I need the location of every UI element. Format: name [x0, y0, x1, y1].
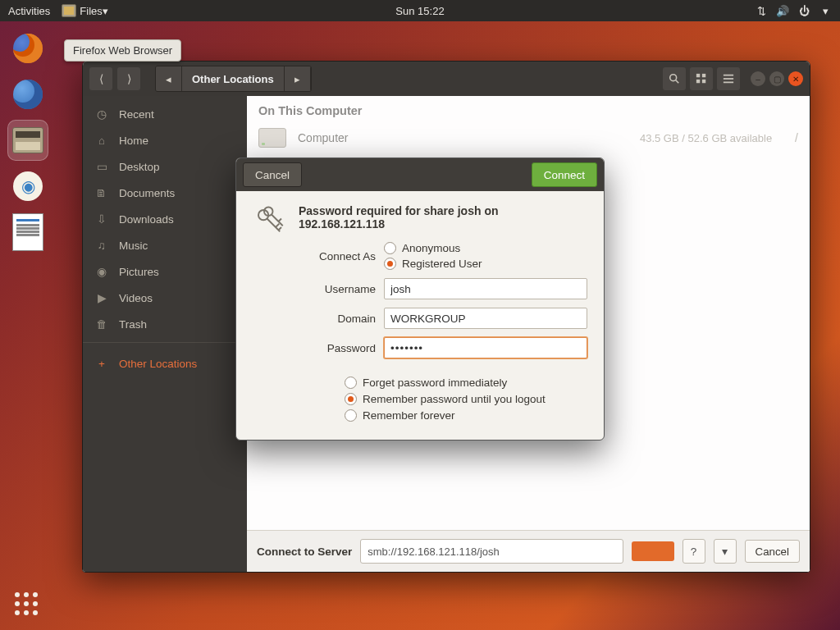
window-minimize[interactable]: –	[751, 71, 765, 86]
grid-icon	[696, 73, 707, 84]
auth-dialog: Cancel Connect Password required for sha…	[235, 158, 605, 441]
server-help-button[interactable]: ?	[682, 539, 705, 564]
sidebar-item-recent[interactable]: ◷Recent	[83, 101, 247, 127]
writer-icon	[12, 213, 43, 251]
server-history-button[interactable]: ▾	[714, 539, 737, 564]
dock-writer[interactable]	[7, 212, 48, 253]
radio-registered-user[interactable]: Registered User	[384, 258, 587, 270]
connect-indicator	[632, 541, 674, 561]
sidebar-item-desktop[interactable]: ▭Desktop	[83, 153, 247, 180]
server-address-input[interactable]	[360, 539, 623, 564]
menu-button[interactable]	[717, 67, 740, 90]
chevron-down-icon: ▾	[103, 5, 108, 17]
dock-thunderbird[interactable]	[7, 74, 48, 115]
svg-rect-6	[724, 75, 733, 76]
pictures-icon: ◉	[94, 265, 109, 278]
dock-rhythmbox[interactable]: ◉	[7, 166, 48, 207]
radio-remember-until-logout[interactable]: Remember password until you logout	[345, 393, 587, 405]
dialog-title: Password required for share josh on 192.…	[299, 204, 587, 231]
sidebar-item-music[interactable]: ♫Music	[83, 232, 247, 258]
svg-rect-7	[724, 78, 733, 80]
launcher-tooltip: Firefox Web Browser	[64, 39, 181, 62]
dialog-cancel-button[interactable]: Cancel	[243, 162, 302, 187]
activities-button[interactable]: Activities	[8, 5, 50, 17]
videos-icon: ▶	[94, 291, 109, 304]
radio-label: Anonymous	[402, 242, 460, 254]
username-label: Username	[299, 283, 376, 295]
keys-icon	[253, 204, 287, 239]
svg-rect-4	[696, 80, 700, 83]
radio-icon	[345, 409, 357, 422]
sidebar-label: Recent	[119, 108, 154, 121]
network-icon[interactable]: ⇅	[755, 5, 768, 17]
password-input[interactable]	[384, 337, 587, 358]
desktop-icon: ▭	[94, 160, 109, 173]
dock-firefox[interactable]	[7, 28, 48, 69]
radio-label: Forget password immediately	[363, 377, 507, 389]
clock-icon: ◷	[94, 107, 109, 121]
thunderbird-icon	[13, 80, 43, 109]
clock[interactable]: Sun 15:22	[395, 5, 444, 17]
radio-remember-forever[interactable]: Remember forever	[345, 409, 587, 422]
path-segment-next[interactable]: ▸	[285, 66, 311, 91]
window-close[interactable]: ✕	[788, 71, 803, 86]
radio-label: Remember forever	[363, 409, 455, 422]
power-icon[interactable]: ⏻	[797, 5, 810, 17]
radio-forget-immediately[interactable]: Forget password immediately	[345, 377, 587, 389]
plus-icon: +	[94, 358, 109, 370]
hamburger-icon	[723, 73, 734, 84]
window-maximize[interactable]: ▢	[769, 71, 784, 86]
dock: ◉	[0, 21, 56, 630]
sidebar-item-home[interactable]: ⌂Home	[83, 127, 247, 153]
view-toggle-button[interactable]	[690, 67, 713, 90]
sidebar-label: Downloads	[119, 213, 174, 226]
path-segment-current[interactable]: Other Locations	[182, 66, 285, 91]
dialog-connect-button[interactable]: Connect	[532, 162, 597, 187]
svg-line-1	[676, 80, 679, 84]
app-menu-files[interactable]: Files ▾	[62, 4, 107, 17]
radio-icon	[384, 258, 396, 270]
documents-icon: 🗎	[94, 187, 109, 199]
sidebar-label: Pictures	[119, 266, 159, 278]
domain-input[interactable]	[384, 308, 587, 329]
firefox-icon	[13, 34, 43, 63]
connect-as-label: Connect As	[299, 250, 376, 262]
sidebar-label: Desktop	[119, 161, 160, 173]
connect-cancel-button[interactable]: Cancel	[745, 540, 801, 563]
sidebar-item-pictures[interactable]: ◉Pictures	[83, 258, 247, 285]
places-sidebar: ◷Recent ⌂Home ▭Desktop 🗎Documents ⇩Downl…	[83, 96, 247, 572]
sidebar-item-trash[interactable]: 🗑Trash	[83, 311, 247, 337]
sidebar-label: Home	[119, 135, 148, 147]
radio-label: Remember password until you logout	[363, 393, 546, 405]
password-label: Password	[299, 342, 376, 354]
radio-icon	[345, 377, 357, 389]
sidebar-item-documents[interactable]: 🗎Documents	[83, 180, 247, 206]
home-icon: ⌂	[94, 135, 109, 147]
sidebar-label: Trash	[119, 318, 147, 331]
svg-rect-3	[702, 74, 705, 77]
radio-anonymous[interactable]: Anonymous	[384, 242, 587, 254]
radio-icon	[384, 242, 396, 254]
sidebar-label: Music	[119, 240, 148, 252]
sidebar-label: Documents	[119, 187, 175, 199]
radio-label: Registered User	[402, 258, 482, 270]
dock-files[interactable]	[7, 120, 48, 161]
username-input[interactable]	[384, 278, 587, 299]
back-button[interactable]: ⟨	[89, 67, 112, 90]
rhythmbox-icon: ◉	[13, 171, 43, 201]
search-button[interactable]	[663, 67, 686, 90]
svg-point-0	[670, 75, 677, 81]
path-segment-prev[interactable]: ◂	[156, 66, 182, 91]
search-icon	[669, 73, 680, 84]
path-bar[interactable]: ◂ Other Locations ▸	[155, 66, 312, 92]
app-menu-label: Files	[80, 5, 102, 17]
forward-button[interactable]: ⟩	[117, 67, 140, 90]
sidebar-item-downloads[interactable]: ⇩Downloads	[83, 206, 247, 232]
sidebar-item-videos[interactable]: ▶Videos	[83, 285, 247, 311]
sidebar-label: Other Locations	[119, 358, 197, 370]
domain-label: Domain	[299, 313, 376, 325]
chevron-down-icon[interactable]: ▾	[819, 5, 832, 17]
files-icon	[12, 127, 43, 153]
volume-icon[interactable]: 🔊	[776, 5, 789, 17]
sidebar-item-other-locations[interactable]: +Other Locations	[83, 342, 247, 379]
